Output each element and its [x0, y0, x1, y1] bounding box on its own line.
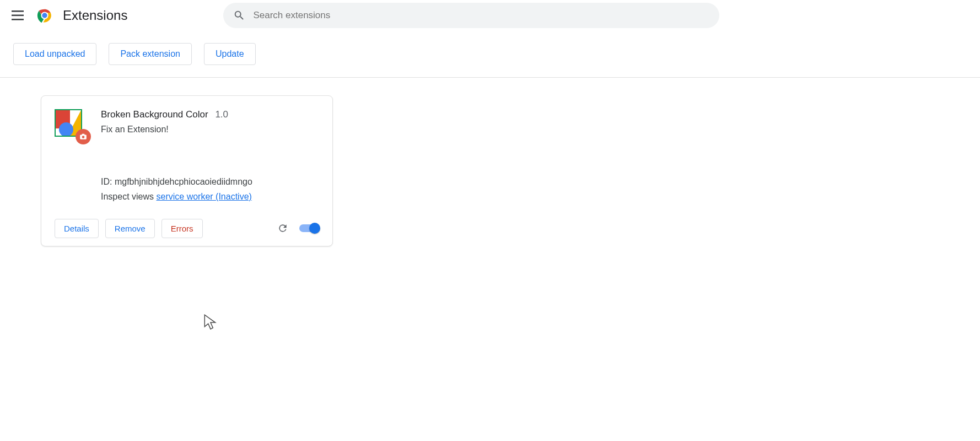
extension-id-value: mgfbhjnibhjdehcphiocaoiediidmngo — [115, 177, 252, 186]
extension-id-label: ID: — [101, 177, 112, 186]
page-title: Extensions — [63, 8, 127, 23]
extension-icon — [55, 109, 84, 139]
developer-toolbar: Load unpacked Pack extension Update — [0, 31, 980, 78]
chrome-logo-icon — [36, 7, 53, 24]
service-worker-link[interactable]: service worker (Inactive) — [157, 192, 252, 201]
reload-button[interactable] — [273, 218, 293, 238]
extensions-grid: Broken Background Color 1.0 Fix an Exten… — [0, 78, 980, 246]
svg-rect-0 — [12, 10, 24, 12]
enable-toggle[interactable] — [299, 224, 319, 232]
menu-button[interactable] — [7, 4, 29, 26]
header: Extensions — [0, 0, 980, 31]
extension-version: 1.0 — [215, 109, 228, 120]
search-container[interactable] — [223, 3, 719, 28]
errors-button[interactable]: Errors — [161, 219, 203, 238]
extension-description: Fix an Extension! — [101, 125, 252, 135]
extension-dev-info: ID: mgfbhjnibhjdehcphiocaoiediidmngo Ins… — [101, 174, 252, 204]
remove-button[interactable]: Remove — [105, 219, 155, 238]
extension-name: Broken Background Color — [101, 109, 208, 120]
extension-meta: Broken Background Color 1.0 Fix an Exten… — [101, 109, 252, 204]
card-actions: Details Remove Errors — [55, 218, 319, 238]
svg-point-7 — [82, 136, 85, 138]
toggle-knob-icon — [309, 223, 320, 234]
svg-rect-1 — [12, 15, 24, 17]
mouse-cursor-icon — [203, 314, 218, 330]
svg-rect-8 — [82, 134, 85, 135]
svg-rect-2 — [12, 19, 24, 20]
reload-icon — [277, 223, 288, 234]
unpacked-badge-icon — [76, 129, 91, 144]
details-button[interactable]: Details — [55, 219, 99, 238]
load-unpacked-button[interactable]: Load unpacked — [13, 43, 96, 65]
hamburger-icon — [12, 10, 24, 20]
inspect-views-label: Inspect views — [101, 192, 154, 201]
pack-extension-button[interactable]: Pack extension — [109, 43, 192, 65]
search-icon — [233, 9, 245, 21]
update-button[interactable]: Update — [204, 43, 256, 65]
search-input[interactable] — [253, 10, 709, 21]
extension-card: Broken Background Color 1.0 Fix an Exten… — [41, 95, 333, 246]
